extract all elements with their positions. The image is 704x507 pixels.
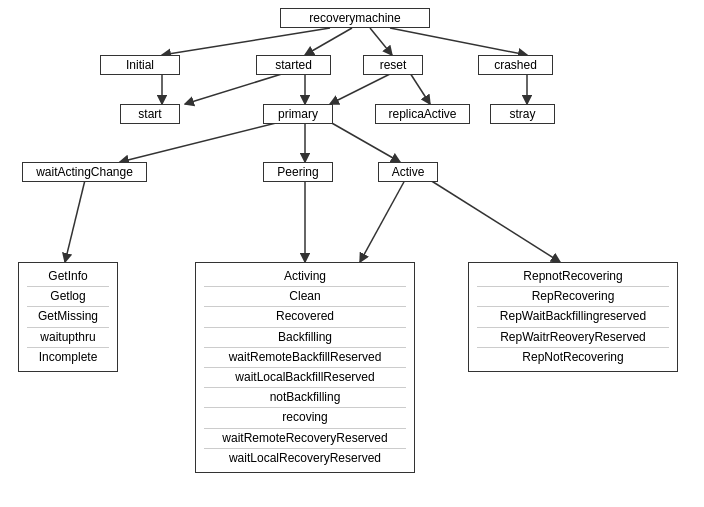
left-item-2: GetMissing: [27, 307, 109, 327]
right-item-4: RepNotRecovering: [477, 348, 669, 367]
mid-item-2: Recovered: [204, 307, 406, 327]
node-left-group: GetInfo Getlog GetMissing waitupthru Inc…: [18, 262, 118, 372]
svg-line-15: [360, 180, 405, 262]
node-started: started: [256, 55, 331, 75]
node-wait-acting-change: waitActingChange: [22, 162, 147, 182]
node-stray: stray: [490, 104, 555, 124]
svg-line-2: [370, 28, 392, 55]
mid-item-0: Activing: [204, 267, 406, 287]
node-peering: Peering: [263, 162, 333, 182]
left-item-3: waitupthru: [27, 328, 109, 348]
node-reset: reset: [363, 55, 423, 75]
right-item-0: RepnotRecovering: [477, 267, 669, 287]
mid-item-7: recoving: [204, 408, 406, 428]
node-crashed: crashed: [478, 55, 553, 75]
left-item-1: Getlog: [27, 287, 109, 307]
node-start: start: [120, 104, 180, 124]
right-item-1: RepRecovering: [477, 287, 669, 307]
mid-item-4: waitRemoteBackfillReserved: [204, 348, 406, 368]
mid-item-8: waitRemoteRecoveryReserved: [204, 429, 406, 449]
svg-line-1: [305, 28, 352, 55]
mid-item-9: waitLocalRecoveryReserved: [204, 449, 406, 468]
mid-item-5: waitLocalBackfillReserved: [204, 368, 406, 388]
mid-item-6: notBackfilling: [204, 388, 406, 408]
right-item-2: RepWaitBackfillingreserved: [477, 307, 669, 327]
svg-line-16: [430, 180, 560, 262]
node-replica-active: replicaActive: [375, 104, 470, 124]
svg-line-12: [330, 122, 400, 162]
svg-line-3: [390, 28, 527, 55]
mid-item-1: Clean: [204, 287, 406, 307]
node-active: Active: [378, 162, 438, 182]
svg-line-10: [120, 122, 280, 162]
svg-line-6: [185, 73, 285, 104]
node-initial: Initial: [100, 55, 180, 75]
svg-line-7: [330, 73, 392, 104]
mid-item-3: Backfilling: [204, 328, 406, 348]
node-right-group: RepnotRecovering RepRecovering RepWaitBa…: [468, 262, 678, 372]
node-middle-group: Activing Clean Recovered Backfilling wai…: [195, 262, 415, 473]
node-primary: primary: [263, 104, 333, 124]
left-item-0: GetInfo: [27, 267, 109, 287]
diagram-container: recoverymachine Initial started reset cr…: [0, 0, 704, 507]
svg-line-13: [65, 180, 85, 262]
right-item-3: RepWaitrReoveryReserved: [477, 328, 669, 348]
left-item-4: Incomplete: [27, 348, 109, 367]
node-recoverymachine: recoverymachine: [280, 8, 430, 28]
svg-line-0: [162, 28, 330, 55]
svg-line-8: [410, 73, 430, 104]
